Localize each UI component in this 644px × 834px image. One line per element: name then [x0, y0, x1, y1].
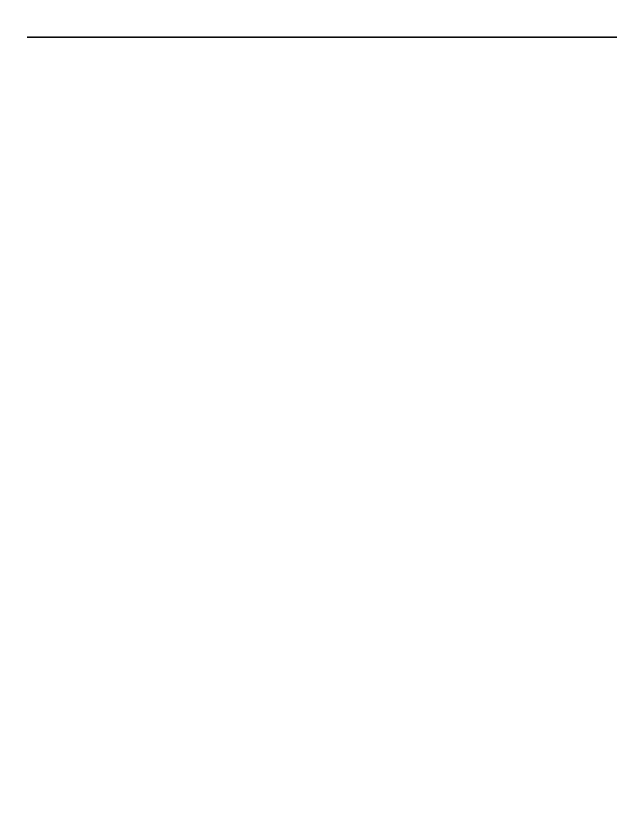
page-rule — [27, 36, 617, 38]
